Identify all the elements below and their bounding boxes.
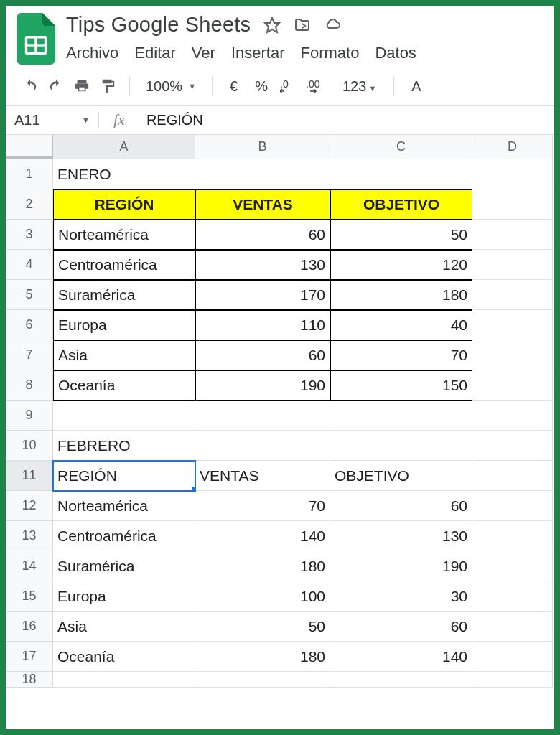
- cell[interactable]: Suramérica: [53, 551, 195, 581]
- row-header[interactable]: 15: [6, 581, 53, 612]
- cell[interactable]: [472, 340, 553, 370]
- cell[interactable]: 50: [330, 220, 472, 250]
- cell[interactable]: 70: [195, 491, 330, 521]
- cell[interactable]: [472, 642, 553, 672]
- cell[interactable]: Suramérica: [53, 280, 195, 310]
- cell[interactable]: VENTAS: [195, 189, 330, 220]
- cell[interactable]: [472, 612, 553, 642]
- cell[interactable]: REGIÓN: [53, 189, 195, 220]
- cell[interactable]: 70: [330, 340, 472, 370]
- row-header[interactable]: 3: [6, 220, 53, 250]
- cell[interactable]: Asia: [53, 340, 195, 370]
- cell[interactable]: 180: [195, 551, 330, 581]
- redo-button[interactable]: [45, 75, 67, 98]
- cell[interactable]: 150: [330, 370, 472, 401]
- row-header[interactable]: 13: [6, 521, 53, 551]
- cell[interactable]: [472, 401, 553, 431]
- cell[interactable]: 140: [330, 642, 472, 672]
- undo-button[interactable]: [19, 75, 42, 98]
- cell[interactable]: VENTAS: [195, 461, 330, 491]
- cell[interactable]: [472, 280, 553, 310]
- cell[interactable]: [195, 159, 330, 189]
- cell[interactable]: [53, 401, 195, 431]
- cell[interactable]: Norteamérica: [53, 491, 195, 521]
- cell[interactable]: [472, 310, 553, 340]
- cell[interactable]: 130: [330, 521, 472, 551]
- increase-decimal-button[interactable]: .00: [304, 75, 332, 98]
- row-header[interactable]: 12: [6, 491, 53, 521]
- cell[interactable]: [330, 401, 472, 431]
- cell[interactable]: 190: [330, 551, 472, 581]
- paint-format-button[interactable]: [96, 75, 119, 98]
- cell[interactable]: ENERO: [53, 159, 195, 189]
- cell[interactable]: FEBRERO: [53, 431, 195, 461]
- cell[interactable]: [472, 551, 553, 581]
- row-header[interactable]: 2: [6, 189, 53, 220]
- cell[interactable]: [195, 401, 330, 431]
- cell[interactable]: [472, 370, 553, 401]
- row-header[interactable]: 17: [6, 642, 53, 672]
- menu-view[interactable]: Ver: [192, 44, 215, 62]
- cell[interactable]: [330, 672, 472, 688]
- zoom-dropdown[interactable]: 100% ▼: [140, 78, 202, 95]
- menu-file[interactable]: Archivo: [66, 44, 118, 62]
- row-header[interactable]: 14: [6, 551, 53, 581]
- cell[interactable]: Europa: [53, 581, 195, 612]
- percent-button[interactable]: %: [248, 78, 275, 95]
- cell[interactable]: Asia: [53, 612, 195, 642]
- cell[interactable]: [472, 581, 553, 612]
- cell[interactable]: Norteamérica: [53, 220, 195, 250]
- cell[interactable]: [472, 521, 553, 551]
- cell[interactable]: [472, 461, 553, 491]
- menu-data[interactable]: Datos: [375, 44, 416, 62]
- row-header[interactable]: 11: [6, 461, 53, 491]
- cloud-status-icon[interactable]: [324, 17, 341, 34]
- row-header[interactable]: 16: [6, 612, 53, 642]
- cell[interactable]: [53, 672, 195, 688]
- col-header-B[interactable]: B: [195, 135, 330, 159]
- row-header[interactable]: 5: [6, 280, 53, 310]
- currency-button[interactable]: €: [223, 78, 245, 95]
- selection-handle[interactable]: [192, 487, 195, 491]
- cell[interactable]: [472, 159, 553, 189]
- cell[interactable]: 180: [195, 642, 330, 672]
- cell[interactable]: 60: [195, 220, 330, 250]
- move-folder-icon[interactable]: [294, 17, 311, 34]
- cell[interactable]: 170: [195, 280, 330, 310]
- cell[interactable]: [472, 220, 553, 250]
- row-header[interactable]: 1: [6, 159, 53, 189]
- cell[interactable]: 30: [330, 581, 472, 612]
- row-header[interactable]: 18: [6, 672, 53, 688]
- menu-format[interactable]: Formato: [300, 44, 359, 62]
- cell[interactable]: 60: [195, 340, 330, 370]
- star-icon[interactable]: [263, 17, 281, 34]
- cell[interactable]: OBJETIVO: [330, 461, 472, 491]
- decrease-decimal-button[interactable]: .0: [278, 75, 301, 98]
- row-header[interactable]: 8: [6, 370, 53, 401]
- row-header[interactable]: 7: [6, 340, 53, 370]
- col-header-D[interactable]: D: [472, 135, 553, 159]
- cell[interactable]: [195, 672, 330, 688]
- col-header-C[interactable]: C: [330, 135, 472, 159]
- font-dropdown-partial[interactable]: A: [404, 78, 428, 95]
- cell[interactable]: [472, 491, 553, 521]
- cell[interactable]: 40: [330, 310, 472, 340]
- row-header[interactable]: 6: [6, 310, 53, 340]
- cell[interactable]: 140: [195, 521, 330, 551]
- row-header[interactable]: 9: [6, 401, 53, 431]
- cell[interactable]: Oceanía: [53, 642, 195, 672]
- cell[interactable]: [472, 672, 553, 688]
- cell[interactable]: 130: [195, 250, 330, 280]
- cell[interactable]: [330, 431, 472, 461]
- cell[interactable]: 120: [330, 250, 472, 280]
- row-header[interactable]: 4: [6, 250, 53, 280]
- cell[interactable]: Centroamérica: [53, 250, 195, 280]
- cell[interactable]: 50: [195, 612, 330, 642]
- cell[interactable]: 110: [195, 310, 330, 340]
- row-header[interactable]: 10: [6, 431, 53, 461]
- cell[interactable]: 100: [195, 581, 330, 612]
- menu-edit[interactable]: Editar: [134, 44, 175, 62]
- cell[interactable]: OBJETIVO: [330, 189, 472, 220]
- cell[interactable]: Oceanía: [53, 370, 195, 401]
- cell[interactable]: [195, 431, 330, 461]
